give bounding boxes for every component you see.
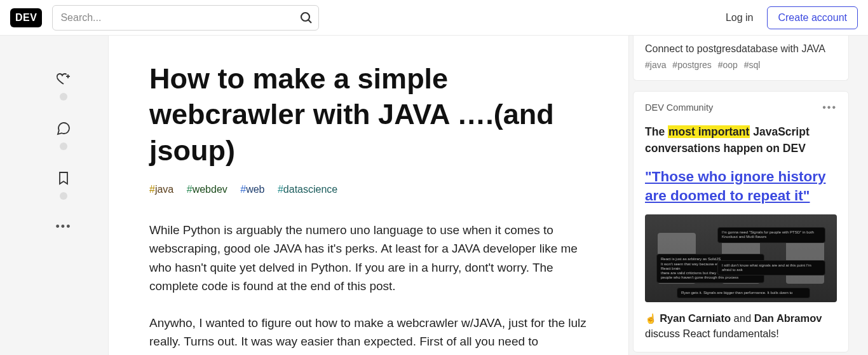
top-header: DEV Log in Create account — [0, 0, 868, 36]
like-count-dot — [60, 93, 67, 101]
right-sidebar: Connect to postgresdatabase with JAVA #j… — [629, 36, 849, 355]
search-input[interactable] — [52, 5, 319, 31]
search-button[interactable] — [296, 8, 316, 28]
related-tags: #java #postgres #oop #sql — [645, 60, 837, 70]
article-main: How to make a simple webcrawler with JAV… — [108, 36, 629, 355]
login-link[interactable]: Log in — [717, 7, 763, 29]
like-action[interactable] — [56, 71, 71, 101]
search-icon — [299, 10, 314, 25]
community-headline-link[interactable]: "Those who ignore history are doomed to … — [645, 167, 837, 206]
more-action[interactable]: ••• — [56, 220, 72, 233]
svg-line-1 — [309, 20, 312, 23]
comment-icon — [56, 121, 71, 136]
comment-action[interactable] — [56, 121, 71, 150]
dev-logo[interactable]: DEV — [10, 8, 42, 27]
bookmark-count-dot — [60, 192, 67, 200]
create-account-button[interactable]: Create account — [767, 6, 858, 29]
heart-plus-icon — [56, 71, 71, 87]
community-label: DEV Community — [645, 102, 713, 113]
community-card: DEV Community ••• The most important Jav… — [633, 91, 849, 352]
tag-webdev[interactable]: #webdev — [187, 184, 227, 195]
more-icon: ••• — [56, 220, 72, 233]
related-card[interactable]: Connect to postgresdatabase with JAVA #j… — [633, 36, 849, 81]
tag-java[interactable]: #java — [149, 184, 173, 195]
svg-point-0 — [301, 13, 309, 21]
article-paragraph: While Python is arguably the numero uno … — [149, 221, 588, 296]
comment-count-dot — [60, 143, 67, 150]
point-up-icon: ☝️ — [645, 313, 660, 324]
article-title: How to make a simple webcrawler with JAV… — [149, 61, 588, 169]
article-paragraph: Anywho, I wanted to figure out how to ma… — [149, 314, 588, 356]
community-footer: ☝️ Ryan Carniato and Dan Abramov discuss… — [645, 311, 837, 342]
bookmark-icon — [56, 171, 71, 186]
community-blurb: The most important JavaScript conversati… — [645, 123, 837, 157]
tag-datascience[interactable]: #datascience — [278, 184, 337, 195]
bookmark-action[interactable] — [56, 171, 71, 200]
reaction-rail: ••• — [19, 36, 108, 355]
related-title: Connect to postgresdatabase with JAVA — [645, 43, 837, 55]
community-image[interactable]: React is just as arbitrary as SolidJSIt … — [645, 214, 837, 302]
tag-web[interactable]: #web — [240, 184, 264, 195]
community-menu-icon[interactable]: ••• — [822, 102, 837, 113]
search-wrap — [52, 5, 319, 31]
tags-row: #java #webdev #web #datascience — [149, 184, 588, 195]
